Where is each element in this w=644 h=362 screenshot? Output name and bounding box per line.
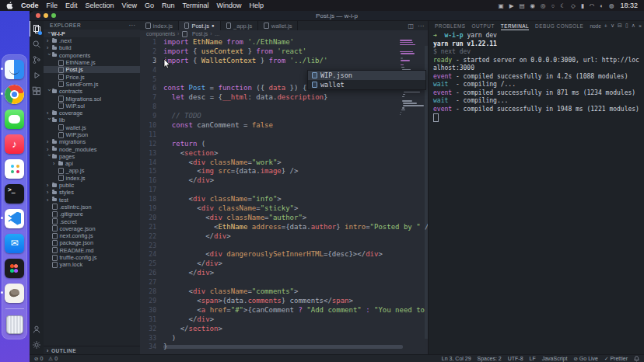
tree-item-readme-md[interactable]: README.md [44, 247, 140, 254]
status-errors[interactable]: ⊘0 [34, 356, 43, 362]
stats-icon[interactable]: ▤ [519, 2, 524, 9]
tree-item-styles[interactable]: ›styles [44, 189, 140, 196]
menu-clock[interactable]: 18:32 [620, 2, 638, 9]
tree-item-public[interactable]: ›public [44, 182, 140, 189]
code-line[interactable]: 22 </div> [140, 232, 428, 242]
tree-item-node-modules[interactable]: ›node_modules [44, 145, 140, 152]
code-line[interactable]: 21 <EthName address={data.author} intro=… [140, 223, 428, 232]
tree-item-lib[interactable]: ›lib [44, 117, 140, 124]
code-line[interactable]: 18 <div className="info"> [140, 195, 428, 204]
code-line[interactable]: 2import { useContext } from 'react' [140, 47, 428, 57]
battery-icon[interactable]: ▮ [581, 2, 584, 9]
panel-tab-debug-console[interactable]: DEBUG CONSOLE [535, 21, 583, 30]
breadcrumb-item[interactable]: components [146, 31, 175, 37]
maximize-panel-icon[interactable]: ∧ [632, 23, 635, 29]
tree-item-truffle-config-js[interactable]: truffle-config.js [44, 254, 140, 261]
tree-item-test[interactable]: ›test [44, 197, 140, 204]
tree-item-index-js[interactable]: index.js [44, 175, 140, 182]
code-line[interactable]: 23 [140, 242, 428, 251]
code-line[interactable]: 16 </div> [140, 176, 428, 186]
tree-item-post-js[interactable]: Post.js [44, 66, 140, 73]
breadcrumb[interactable]: components›Post.js›… [140, 30, 428, 37]
apple-icon[interactable] [6, 2, 13, 9]
code-line[interactable]: 27 [140, 278, 428, 287]
panel-tab-problems[interactable]: PROBLEMS [435, 21, 466, 30]
tab-post-js[interactable]: Post.js● [179, 21, 221, 30]
tree-item--app-js[interactable]: _app.js [44, 167, 140, 174]
dock-item-mail[interactable]: ✉ [5, 233, 25, 253]
status-indentation[interactable]: Spaces: 2 [478, 356, 502, 361]
tab-index-js[interactable]: index.js [140, 21, 179, 30]
split-editor-icon[interactable]: ◫ [408, 23, 414, 30]
tree-item--eslintrc-json[interactable]: .eslintrc.json [44, 204, 140, 211]
menu-item-go[interactable]: Go [145, 2, 154, 9]
code-line[interactable]: 15 <img src={data.image} /> [140, 167, 428, 176]
tree-item-wallet-js[interactable]: wallet.js [44, 124, 140, 131]
code-line[interactable]: 14 <div className="work"> [140, 158, 428, 168]
code-line[interactable]: 26 </div> [140, 269, 428, 278]
outline-section[interactable]: › OUTLINE [44, 346, 140, 354]
dock-item-slack[interactable] [5, 158, 25, 179]
activity-extensions-icon[interactable] [30, 83, 44, 99]
dock-item-terminal[interactable]: >_ [5, 183, 25, 204]
code-line[interactable]: 24 <div dangerouslySetInnerHTML={desc}><… [140, 250, 428, 259]
menu-item-edit[interactable]: Edit [65, 2, 78, 9]
tree-item-contracts[interactable]: ›contracts [44, 88, 140, 95]
tree-item--next[interactable]: ›.next [44, 37, 140, 44]
explorer-root-folder[interactable]: › W-I-P [44, 30, 140, 37]
screen-mirroring-icon[interactable]: ▣ [499, 2, 504, 9]
tree-item-migrations[interactable]: ›migrations [44, 138, 140, 145]
code-line[interactable]: 11 [140, 131, 428, 140]
bluetooth-icon[interactable]: ◇ [571, 2, 576, 9]
code-area[interactable]: 1import EthName from './EthName'2import … [140, 38, 428, 354]
tree-item-ethname-js[interactable]: EthName.js [44, 59, 140, 66]
window-title-bar[interactable]: Post.js — w-i-p [30, 11, 644, 21]
status-language-mode[interactable]: JavaScript [542, 356, 568, 361]
bell-icon[interactable] [634, 356, 639, 362]
terminal-dropdown-icon[interactable]: ∨ [611, 23, 614, 29]
tree-item-wip-sol[interactable]: WIP.sol [44, 103, 140, 110]
code-line[interactable]: 29 <span>{data.comments} comments</span> [140, 297, 428, 306]
code-line[interactable]: 1import EthName from './EthName' [140, 38, 428, 47]
activity-search-icon[interactable] [30, 37, 44, 52]
tree-item-build[interactable]: ›build [44, 44, 140, 51]
tree-item-next-config-js[interactable]: next.config.js [44, 232, 140, 239]
more-actions-icon[interactable]: ⋯ [418, 23, 424, 30]
close-panel-icon[interactable]: × [639, 23, 642, 29]
editor-horizontal-scrollbar[interactable] [163, 345, 403, 349]
menu-item-view[interactable]: View [122, 2, 137, 9]
code-line[interactable]: 20 <div className="author"> [140, 214, 428, 223]
tree-item-sendform-js[interactable]: SendForm.js [44, 81, 140, 88]
breadcrumb-item[interactable]: Post.js [192, 31, 208, 37]
menu-item-file[interactable]: File [47, 2, 58, 9]
siri-icon[interactable]: ◍ [609, 2, 614, 9]
code-line[interactable]: 3import { WalletContext } from '../lib/' [140, 57, 428, 66]
tree-item-migrations-sol[interactable]: Migrations.sol [44, 95, 140, 102]
tab-wallet-js[interactable]: wallet.js [258, 21, 298, 30]
kill-terminal-icon[interactable]: ▯ [625, 23, 628, 29]
status-cursor-position[interactable]: Ln 3, Col 29 [442, 356, 471, 361]
search-icon[interactable]: ○ [551, 2, 555, 9]
code-line[interactable]: 8 [140, 103, 428, 112]
status-prettier[interactable]: ✓Prettier [604, 356, 628, 362]
code-line[interactable]: 32 </section> [140, 325, 428, 334]
activity-run-debug-icon[interactable] [30, 68, 44, 83]
code-line[interactable]: 33 ) [140, 334, 428, 343]
menu-item-window[interactable]: Window [216, 2, 241, 9]
wifi-icon[interactable]: ◠ [590, 2, 595, 9]
code-line[interactable]: 28 <div className="comments"> [140, 287, 428, 297]
settings-icon[interactable] [30, 337, 44, 353]
new-terminal-icon[interactable]: + [604, 23, 607, 29]
suggest-item-wip-json[interactable]: WIP.json [308, 71, 425, 80]
menu-item-help[interactable]: Help [249, 2, 264, 9]
status-eol[interactable]: LF [530, 356, 536, 361]
video-icon[interactable]: ▶ [509, 2, 514, 9]
dock-item-figma[interactable] [5, 258, 25, 278]
dock-item-finder[interactable] [5, 59, 25, 79]
code-line[interactable]: 17 [140, 186, 428, 195]
camera-icon[interactable]: ◎ [541, 2, 546, 9]
tree-item-pages[interactable]: ›pages [44, 153, 140, 160]
status-warnings[interactable]: ⚠0 [48, 356, 58, 362]
tree-item-api[interactable]: ›api [44, 160, 140, 167]
moon-icon[interactable]: ☾ [560, 2, 565, 9]
